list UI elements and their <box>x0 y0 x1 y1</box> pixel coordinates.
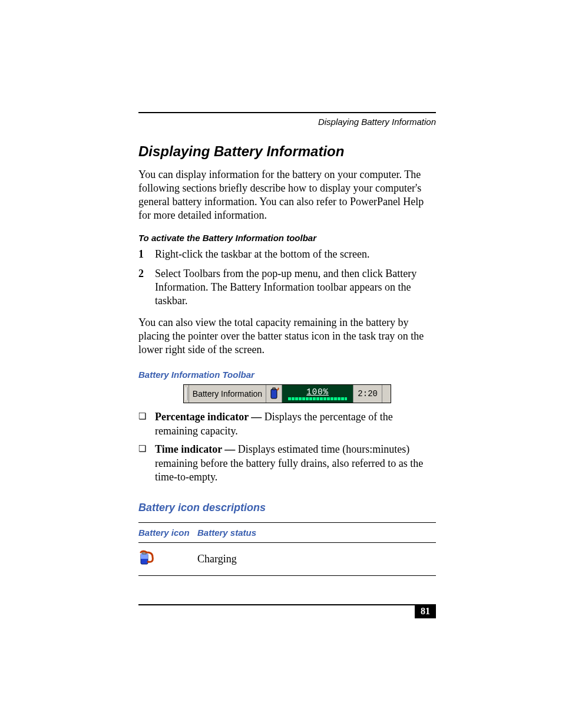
step-item: 2 Select Toolbars from the pop-up menu, … <box>138 267 436 308</box>
toolbar-grip-icon <box>184 385 189 403</box>
step-item: 1 Right-click the taskbar at the bottom … <box>138 248 436 261</box>
page-footer: 81 <box>138 604 436 618</box>
svg-rect-1 <box>273 388 275 390</box>
page-title: Displaying Battery Information <box>138 143 436 160</box>
bullet-label: Percentage indicator — <box>155 411 265 423</box>
battery-icon <box>266 385 282 403</box>
toolbar-end <box>382 385 391 403</box>
bullet-text: Percentage indicator — Displays the perc… <box>155 410 436 438</box>
subheading-descriptions: Battery icon descriptions <box>138 502 436 514</box>
figure-caption: Battery Information Toolbar <box>138 370 436 380</box>
page-content: Displaying Battery Information Displayin… <box>138 112 436 576</box>
svg-rect-0 <box>271 389 277 398</box>
top-rule <box>138 112 436 113</box>
battery-info-toolbar: Battery Information 100% 2:20 <box>183 384 391 403</box>
intro-paragraph: You can display information for the batt… <box>138 168 436 222</box>
step-number: 2 <box>138 267 155 308</box>
toolbar-figure: Battery Information 100% 2:20 <box>138 384 436 403</box>
bullet-label: Time indicator — <box>155 443 238 455</box>
battery-status-cell: Charging <box>197 553 436 565</box>
table-row: Charging <box>138 543 436 575</box>
bullet-item: ❏ Time indicator — Displays estimated ti… <box>138 443 436 484</box>
running-head: Displaying Battery Information <box>138 117 436 127</box>
battery-icon-cell <box>138 549 197 569</box>
toolbar-label: Battery Information <box>189 385 266 403</box>
steps-list: 1 Right-click the taskbar at the bottom … <box>138 248 436 308</box>
subheading-activate: To activate the Battery Information tool… <box>138 233 436 243</box>
bullet-text: Time indicator — Displays estimated time… <box>155 443 436 484</box>
battery-icon-table: Battery icon Battery status Charging <box>138 522 436 576</box>
battery-charging-icon <box>138 557 158 569</box>
table-header-status: Battery status <box>197 528 436 538</box>
bullet-icon: ❏ <box>138 410 155 438</box>
percent-bar <box>288 397 347 400</box>
bullet-list: ❏ Percentage indicator — Displays the pe… <box>138 410 436 484</box>
paragraph: You can also view the total capacity rem… <box>138 316 436 357</box>
step-text: Right-click the taskbar at the bottom of… <box>155 248 436 261</box>
time-value: 2:20 <box>353 385 382 403</box>
step-text: Select Toolbars from the pop-up menu, an… <box>155 267 436 308</box>
table-rule <box>138 575 436 576</box>
table-header: Battery icon Battery status <box>138 523 436 542</box>
percent-value: 100% <box>306 388 329 396</box>
percent-meter: 100% <box>282 385 353 403</box>
bullet-icon: ❏ <box>138 443 155 484</box>
page-number: 81 <box>415 604 436 618</box>
step-number: 1 <box>138 248 155 261</box>
bullet-item: ❏ Percentage indicator — Displays the pe… <box>138 410 436 438</box>
table-header-icon: Battery icon <box>138 528 197 538</box>
